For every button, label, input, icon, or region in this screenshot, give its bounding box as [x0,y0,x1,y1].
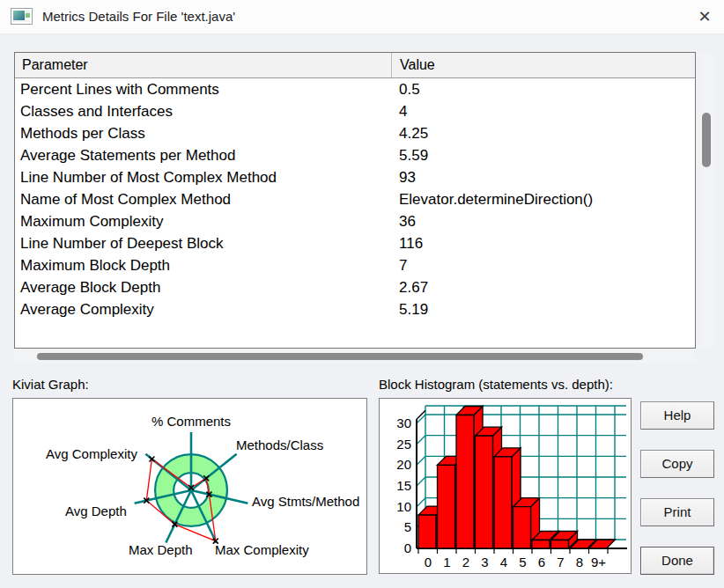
kiviat-graph-label: Kiviat Graph: [12,377,89,393]
app-icon-block-2 [26,13,30,18]
close-icon[interactable]: ✕ [689,4,720,30]
y-axis-top-depth [417,410,425,419]
value-cell: 2.67 [399,276,428,298]
app-icon [11,8,33,25]
table-row: Line Number of Most Complex Method93 [15,166,695,188]
kiviat-axis-label: % Comments [151,414,231,429]
table-row: Percent Lines with Comments0.5 [15,78,695,100]
block-histogram-label: Block Histogram (statements vs. depth): [379,377,613,393]
print-button[interactable]: Print [640,498,714,526]
x-tick-label: 1 [443,555,450,570]
x-tick-label: 0 [425,555,432,570]
bar-front-face [513,507,531,548]
kiviat-chart: % CommentsMethods/ClassAvg Stmts/MethodM… [13,399,366,574]
axis-depth-tick [417,477,425,486]
vertical-scrollbar[interactable] [699,52,713,349]
title-bar[interactable]: Metrics Details For File 'text.java' ✕ [0,0,724,34]
y-tick-label: 25 [396,437,411,452]
axis-depth-tick [417,456,425,465]
value-cell: 93 [399,166,416,188]
bar-front-face [532,540,550,549]
table-row: Maximum Block Depth7 [15,254,695,276]
parameter-cell: Percent Lines with Comments [20,78,219,100]
bar-front-face [438,465,455,548]
help-button[interactable]: Help [640,401,714,430]
metrics-table: Parameter Value Percent Lines with Comme… [14,52,696,349]
done-button[interactable]: Done [640,547,714,575]
app-icon-block-3 [13,20,30,22]
axis-depth-tick [417,498,425,507]
parameter-cell: Average Block Depth [20,276,160,298]
kiviat-axis-label: Avg Depth [65,503,127,518]
parameter-cell: Maximum Complexity [20,210,163,232]
y-tick-label: 5 [404,519,411,534]
x-tick-label: 7 [557,555,564,570]
x-tick-label: 5 [519,555,526,570]
app-icon-picture [13,11,25,20]
axis-depth-tick [417,415,425,423]
parameter-cell: Methods per Class [20,122,145,144]
table-header: Parameter Value [15,53,695,78]
table-row: Maximum Complexity36 [15,210,695,232]
horizontal-scrollbar[interactable] [14,349,696,364]
vertical-scrollbar-thumb[interactable] [702,113,711,167]
table-row: Average Block Depth2.67 [15,276,695,298]
y-tick-label: 15 [396,478,411,493]
bar-front-face [494,457,512,548]
bar-front-face [418,515,436,548]
kiviat-axis-label: Avg Stmts/Method [252,494,359,509]
parameter-cell: Name of Most Complex Method [20,188,231,210]
x-tick-label: 8 [576,555,583,570]
horizontal-scrollbar-thumb[interactable] [37,353,643,360]
y-tick-label: 20 [396,457,411,472]
table-row: Name of Most Complex MethodElevator.dete… [15,188,695,210]
parameter-cell: Maximum Block Depth [20,254,170,276]
value-cell: 5.59 [399,144,428,166]
kiviat-axis-label: Methods/Class [236,437,323,452]
value-cell: 5.19 [399,298,428,320]
y-tick-label: 10 [396,499,411,514]
value-cell: 116 [399,232,423,254]
bar-front-face [476,436,493,548]
parameter-cell: Line Number of Most Complex Method [20,166,277,188]
table-row: Average Complexity5.19 [15,298,695,320]
value-cell: 4.25 [399,122,428,144]
table-body: Percent Lines with Comments0.5Classes an… [15,78,695,320]
metrics-details-dialog: Metrics Details For File 'text.java' ✕ P… [0,0,724,588]
x-tick-label: 6 [538,555,545,570]
kiviat-axis-label: Max Depth [129,542,193,557]
y-tick-label: 30 [396,415,411,430]
x-tick-label: 2 [462,555,469,570]
histogram-panel: 0510152025300123456789+ [379,398,632,574]
window-title: Metrics Details For File 'text.java' [42,0,235,33]
bar-front-face [551,540,569,549]
parameter-cell: Classes and Interfaces [20,100,173,122]
value-cell: 0.5 [399,78,420,100]
value-cell: Elevator.determineDirection() [399,188,593,210]
table-row: Methods per Class4.25 [15,122,695,144]
table-row: Average Statements per Method5.59 [15,144,695,166]
parameter-cell: Line Number of Deepest Block [20,232,224,254]
parameter-cell: Average Statements per Method [20,144,235,166]
column-header-value[interactable]: Value [391,53,691,77]
x-tick-label: 3 [481,555,488,570]
kiviat-axis-label: Avg Complexity [46,446,137,461]
y-tick-label: 0 [404,540,411,555]
parameter-cell: Average Complexity [20,298,154,320]
histogram-chart: 0510152025300123456789+ [380,399,631,573]
copy-button[interactable]: Copy [640,450,714,478]
x-tick-label: 9+ [591,555,606,570]
value-cell: 4 [399,100,407,122]
value-cell: 36 [399,210,416,232]
bar-front-face [456,415,474,549]
kiviat-panel: % CommentsMethods/ClassAvg Stmts/MethodM… [12,398,367,575]
column-header-parameter[interactable]: Parameter [22,53,88,77]
table-row: Line Number of Deepest Block116 [15,232,695,254]
x-tick-label: 4 [500,555,507,570]
table-row: Classes and Interfaces4 [15,100,695,122]
axis-depth-tick [417,436,425,445]
kiviat-axis-label: Max Complexity [215,542,309,557]
value-cell: 7 [399,254,407,276]
